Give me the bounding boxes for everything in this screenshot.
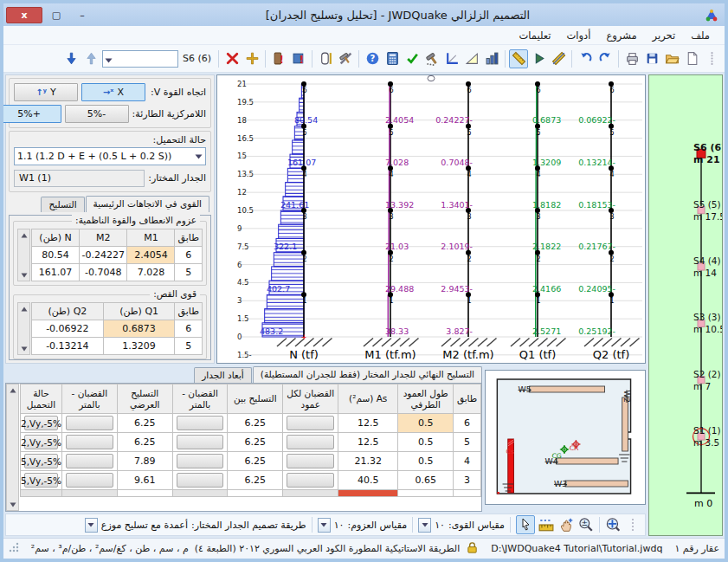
table-cell[interactable] [172,452,228,471]
scroll-up-icon[interactable] [18,303,29,314]
select-pointer-icon[interactable] [516,515,535,534]
table-cell[interactable]: 5,Vy,-5% [21,471,62,490]
cell-button[interactable] [177,435,224,449]
reinforcement-scrollbar[interactable] [6,384,19,511]
add-icon[interactable] [242,49,261,68]
table-cell[interactable]: 4 [454,452,481,471]
table-cell[interactable] [454,490,481,497]
chart-triangle-icon[interactable] [462,49,481,68]
scroll-down-icon[interactable] [7,499,18,510]
table-cell[interactable]: 0.6873 [103,320,175,338]
direction-x-button[interactable]: X→ˣ [81,83,145,101]
scroll-down-icon[interactable] [18,343,29,354]
tab-main-direction-forces[interactable]: القوى في الاتجاهات الرئيسية [86,196,209,212]
table-cell[interactable]: 6.25 [228,414,283,433]
table-cell[interactable]: 6.25 [228,471,283,490]
cell-button[interactable] [287,473,334,488]
moments-scale-dropdown[interactable] [318,518,331,533]
table-cell[interactable]: 0.5 [398,414,454,433]
menu-item[interactable]: أدوات [559,28,599,43]
table-cell[interactable]: 5 [175,264,203,281]
table-cell[interactable] [172,433,228,452]
table-cell[interactable] [283,414,338,433]
story-selector-combobox[interactable] [102,50,178,68]
cell-button[interactable]: 5,Vy,-5% [24,473,58,488]
table-cell[interactable] [61,471,117,490]
zoom-extents-icon[interactable] [604,516,622,533]
building-elevation-panel[interactable]: 0 m(6) S621 m(5) S517.5 m(4) S414 m(3) S… [648,74,723,536]
table-cell[interactable]: 2,Vy,-5% [21,433,62,452]
table-cell[interactable]: 6.25 [117,433,172,452]
table-cell[interactable] [172,471,228,490]
new-file-icon[interactable] [682,49,701,68]
table-cell[interactable]: 5,Vy,-5% [21,452,62,471]
table-cell[interactable]: -0.24227 [80,247,127,264]
help-icon[interactable]: ? [363,49,382,68]
tab-final-reinforcement[interactable]: التسليح النهائي للجدار المختار (فقط للجد… [253,366,482,383]
table-cell[interactable]: 7.89 [117,452,172,471]
table-cell[interactable] [338,490,398,497]
check-icon[interactable] [403,49,422,68]
menu-item[interactable]: تعليمات [512,28,559,43]
table-cell[interactable]: 6 [175,247,203,264]
forces-chart-canvas[interactable]: 2119.51816.51513.51210.597.564.531.50-1.… [217,75,645,363]
table-cell[interactable]: 2.4054 [127,247,175,264]
moments-scrollbar[interactable] [17,229,30,281]
print-icon[interactable] [622,49,641,68]
table-cell[interactable]: 7.028 [127,264,175,281]
save-icon[interactable] [642,49,661,68]
chart-corner-icon[interactable] [442,49,461,68]
hammer-icon[interactable] [422,49,441,68]
diagonal-ruler-selected-icon[interactable] [509,49,528,68]
cell-button[interactable] [177,416,224,430]
direction-y-button[interactable]: Y↑ʸ [14,83,78,101]
table-cell[interactable] [172,490,228,497]
table-cell[interactable]: 1.3209 [103,338,175,355]
plan-canvas[interactable]: W5W2W4W3CsCGCR [488,373,642,501]
table-cell[interactable]: 6 [454,414,481,433]
table-cell[interactable]: -0.06922 [32,320,104,338]
resize-grip[interactable] [9,542,19,555]
column-section-icon[interactable] [316,49,335,68]
arrow-up-icon[interactable] [82,49,101,68]
plus-5-button[interactable]: +5% [0,105,61,123]
tab-wall-dimensions[interactable]: أبعاد الجدار [194,367,252,383]
zoom-in-out-icon[interactable]: ± [577,516,595,533]
cell-button[interactable]: 2,Vy,-5% [24,435,58,449]
table-cell[interactable] [283,490,338,497]
cell-button[interactable] [66,435,113,449]
table-cell[interactable] [283,452,338,471]
redo-icon[interactable] [596,49,615,68]
table-cell[interactable]: 40.5 [338,471,398,490]
table-cell[interactable]: 5 [454,433,481,452]
table-cell[interactable] [283,433,338,452]
scroll-up-icon[interactable] [7,384,18,396]
table-cell[interactable]: 6.25 [228,433,283,452]
forces-scale-dropdown[interactable] [418,518,431,533]
cell-button[interactable] [287,416,334,430]
force-diagrams-panel[interactable]: 2119.51816.51513.51210.597.564.531.50-1.… [216,74,646,364]
tab-reinforcement[interactable]: التسليح [41,197,84,212]
load-case-combobox[interactable]: 1.1 (1.2 D + E + (0.5 L + 0.2 S)) [14,147,206,165]
cell-button[interactable] [287,435,334,449]
table-cell[interactable]: 0.65 [398,471,454,490]
undo-icon[interactable] [576,49,595,68]
table-cell[interactable]: 2,Vy,-5% [21,414,62,433]
ruler-pencil-icon[interactable] [549,49,568,68]
elevation-canvas[interactable]: 0 m(6) S621 m(5) S517.5 m(4) S414 m(3) S… [649,75,722,535]
table-cell[interactable]: 5 [175,338,203,355]
table-cell[interactable]: 6 [175,320,203,338]
cell-button[interactable] [66,416,113,430]
table-cell[interactable]: 21.32 [338,452,398,471]
play-small-icon[interactable] [529,49,548,68]
table-cell[interactable] [61,452,117,471]
calculator-icon[interactable] [383,49,402,68]
table-cell[interactable] [228,490,283,497]
scroll-up-icon[interactable] [18,229,29,241]
table-cell[interactable] [61,414,117,433]
menu-item[interactable]: ملف [683,28,718,43]
shear-scrollbar[interactable] [17,302,30,355]
cell-button[interactable]: 2,Vy,-5% [24,416,58,430]
wall-plan-panel[interactable]: W5W2W4W3CsCGCR [485,370,646,505]
minus-5-button[interactable]: -5% [65,105,129,123]
